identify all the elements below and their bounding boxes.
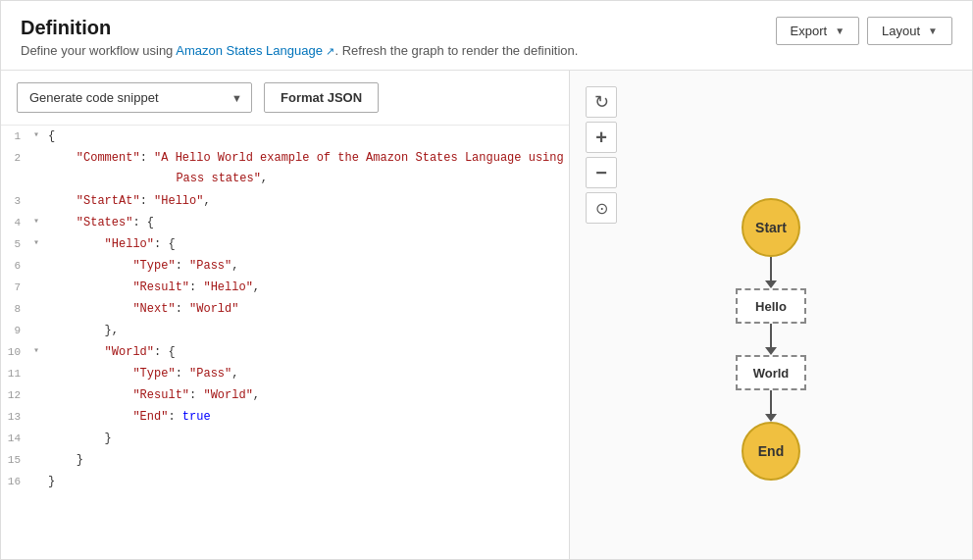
code-line-3: 3 "StartAt": "Hello", (1, 190, 569, 212)
code-line-5: 5 ▾ "Hello": { (1, 233, 569, 255)
format-json-button[interactable]: Format JSON (264, 82, 379, 113)
toolbar-row: Generate code snippet ▼ Format JSON (1, 71, 569, 126)
code-line-1: 1 ▾ { (1, 126, 569, 147)
world-node-label: World (753, 366, 790, 381)
arrow-world-end (765, 390, 777, 422)
graph-wrapper: Start Hello (736, 198, 806, 481)
world-node[interactable]: World (736, 355, 806, 390)
header-desc-prefix: Define your workflow using (21, 43, 176, 58)
hello-node-label: Hello (755, 299, 787, 314)
code-line-2: 2 "Comment": "A Hello World example of t… (1, 147, 569, 190)
header-desc-suffix: . Refresh the graph to render the defini… (334, 43, 578, 58)
amazon-states-language-link[interactable]: Amazon States Language ↗ (176, 43, 334, 58)
code-line-11: 11 "Type": "Pass", (1, 363, 569, 384)
header-buttons: Export ▼ Layout ▼ (776, 17, 952, 45)
layout-arrow-icon: ▼ (928, 25, 938, 36)
page-title: Definition (21, 17, 578, 39)
arrow-head-2 (765, 347, 777, 355)
code-line-7: 7 "Result": "Hello", (1, 277, 569, 298)
end-node[interactable]: End (742, 422, 800, 481)
snippet-select[interactable]: Generate code snippet (17, 82, 252, 113)
export-button[interactable]: Export ▼ (776, 17, 859, 45)
export-arrow-icon: ▼ (835, 25, 845, 36)
code-line-9: 9 }, (1, 320, 569, 341)
code-line-16: 16 } (1, 471, 569, 492)
arrow-hello-world (765, 324, 777, 355)
code-line-6: 6 "Type": "Pass", (1, 255, 569, 277)
right-panel: ↻ + − ⊙ Start (570, 71, 972, 559)
start-node[interactable]: Start (742, 198, 800, 257)
left-panel: Generate code snippet ▼ Format JSON 1 ▾ … (1, 71, 570, 559)
export-label: Export (791, 24, 828, 38)
arrow-line-3 (770, 390, 772, 414)
header-description: Define your workflow using Amazon States… (21, 43, 578, 58)
code-editor[interactable]: 1 ▾ { 2 "Comment": "A Hello World exampl… (1, 126, 569, 559)
code-line-4: 4 ▾ "States": { (1, 212, 569, 233)
arrow-line-1 (770, 257, 772, 280)
arrow-head-1 (765, 280, 777, 288)
main-container: Definition Define your workflow using Am… (0, 0, 973, 560)
code-line-15: 15 } (1, 449, 569, 471)
snippet-select-wrapper: Generate code snippet ▼ (17, 82, 252, 113)
hello-node[interactable]: Hello (736, 288, 806, 324)
end-node-label: End (758, 443, 784, 459)
layout-button[interactable]: Layout ▼ (867, 17, 952, 45)
code-line-10: 10 ▾ "World": { (1, 341, 569, 363)
graph-canvas: Start Hello (570, 71, 972, 559)
layout-label: Layout (882, 24, 920, 38)
header: Definition Define your workflow using Am… (1, 1, 972, 71)
code-line-12: 12 "Result": "World", (1, 384, 569, 406)
header-left: Definition Define your workflow using Am… (21, 17, 578, 58)
arrow-line-2 (770, 324, 772, 347)
code-line-8: 8 "Next": "World" (1, 298, 569, 320)
start-node-label: Start (755, 220, 787, 235)
code-line-13: 13 "End": true (1, 406, 569, 428)
code-line-14: 14 } (1, 428, 569, 449)
arrow-start-hello (765, 257, 777, 288)
content-area: Generate code snippet ▼ Format JSON 1 ▾ … (1, 71, 972, 559)
arrow-head-3 (765, 414, 777, 422)
